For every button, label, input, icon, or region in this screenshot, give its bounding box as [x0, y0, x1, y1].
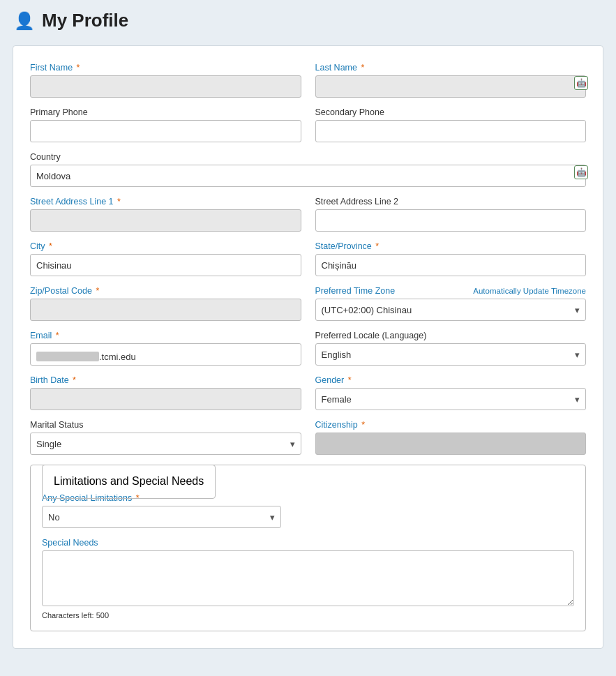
- birthdate-required: *: [73, 375, 76, 385]
- profile-form: First Name * Last Name * 🤖 Primary Phone…: [13, 45, 603, 649]
- locale-select[interactable]: English: [315, 343, 587, 366]
- special-needs-label: Special Needs: [42, 538, 574, 548]
- city-input[interactable]: Chisinau: [30, 254, 301, 276]
- timezone-col: Preferred Time Zone Automatically Update…: [315, 286, 587, 321]
- street-row: Street Address Line 1 * Street Address L…: [30, 197, 586, 232]
- zip-required: *: [96, 286, 99, 296]
- primary-phone-input[interactable]: [30, 120, 301, 142]
- gender-label: Gender *: [315, 375, 587, 385]
- email-input[interactable]: [30, 343, 301, 366]
- special-limitations-select[interactable]: No Yes: [42, 506, 281, 528]
- city-required: *: [49, 241, 52, 251]
- locale-label: Preferred Locale (Language): [315, 331, 587, 340]
- special-limitations-select-wrapper: No Yes ▾: [42, 506, 281, 528]
- first-name-col: First Name *: [30, 63, 301, 98]
- state-col: State/Province * Chișinău: [315, 241, 587, 276]
- birthdate-label: Birth Date *: [30, 375, 301, 385]
- special-needs-group: Special Needs Characters left: 500: [42, 538, 574, 619]
- zip-timezone-row: Zip/Postal Code * Preferred Time Zone Au…: [30, 286, 586, 321]
- birthdate-input[interactable]: [30, 388, 301, 410]
- first-name-label: First Name *: [30, 63, 301, 73]
- street1-col: Street Address Line 1 *: [30, 197, 301, 232]
- last-name-col: Last Name * 🤖: [315, 63, 587, 98]
- primary-phone-label: Primary Phone: [30, 107, 301, 117]
- city-state-row: City * Chisinau State/Province * Chișină…: [30, 241, 586, 276]
- limitations-section: Limitations and Special Needs Any Specia…: [30, 465, 586, 631]
- last-name-required: *: [361, 63, 364, 73]
- name-row: First Name * Last Name * 🤖: [30, 63, 586, 98]
- limitations-section-label: Limitations and Special Needs: [42, 465, 216, 499]
- email-required: *: [56, 331, 59, 340]
- timezone-header-row: Preferred Time Zone Automatically Update…: [315, 286, 587, 296]
- city-label: City *: [30, 241, 301, 251]
- email-locale-row: Email * .tcmi.edu Preferred Locale (Lang…: [30, 331, 586, 366]
- street1-label: Street Address Line 1 *: [30, 197, 301, 206]
- citizenship-input[interactable]: [315, 433, 587, 455]
- marital-col: Marital Status Single Married Divorced W…: [30, 420, 301, 455]
- email-label: Email *: [30, 331, 301, 340]
- street2-label: Street Address Line 2: [315, 197, 587, 206]
- page-title: My Profile: [42, 10, 128, 31]
- secondary-phone-label: Secondary Phone: [315, 107, 587, 117]
- secondary-phone-col: Secondary Phone: [315, 107, 587, 142]
- country-label: Country: [30, 152, 586, 162]
- street2-input[interactable]: [315, 209, 587, 232]
- street1-required: *: [117, 197, 121, 206]
- city-col: City * Chisinau: [30, 241, 301, 276]
- zip-label: Zip/Postal Code *: [30, 286, 301, 296]
- primary-phone-col: Primary Phone: [30, 107, 301, 142]
- gender-required: *: [348, 375, 352, 385]
- zip-input[interactable]: [30, 299, 301, 321]
- auto-update-timezone-link[interactable]: Automatically Update Timezone: [473, 287, 586, 295]
- timezone-select[interactable]: (UTC+02:00) Chisinau: [315, 299, 587, 321]
- secondary-phone-input[interactable]: [315, 120, 587, 142]
- birthdate-col: Birth Date *: [30, 375, 301, 410]
- state-input[interactable]: Chișinău: [315, 254, 587, 276]
- zip-col: Zip/Postal Code *: [30, 286, 301, 321]
- page-header: 👤 My Profile: [0, 0, 616, 38]
- country-bot-icon[interactable]: 🤖: [573, 165, 589, 180]
- country-row: Country Moldova 🤖: [30, 152, 586, 187]
- citizenship-label: Citizenship *: [315, 420, 587, 430]
- locale-col: Preferred Locale (Language) English ▾: [315, 331, 587, 366]
- last-name-label: Last Name *: [315, 63, 587, 73]
- person-icon: 👤: [14, 11, 35, 31]
- marital-select[interactable]: Single Married Divorced Widowed: [30, 433, 301, 455]
- special-needs-textarea[interactable]: [42, 550, 574, 606]
- gender-col: Gender * Female Male Other ▾: [315, 375, 587, 410]
- marital-select-wrapper: Single Married Divorced Widowed ▾: [30, 433, 301, 455]
- timezone-label: Preferred Time Zone: [315, 286, 396, 296]
- timezone-select-wrapper: (UTC+02:00) Chisinau ▾: [315, 299, 587, 321]
- country-input[interactable]: Moldova: [30, 165, 586, 187]
- chars-left: Characters left: 500: [42, 611, 574, 619]
- country-col: Country Moldova 🤖: [30, 152, 586, 187]
- marital-label: Marital Status: [30, 420, 301, 430]
- phone-row: Primary Phone Secondary Phone: [30, 107, 586, 142]
- street1-input[interactable]: [30, 209, 301, 232]
- last-name-input[interactable]: [315, 75, 587, 98]
- gender-select[interactable]: Female Male Other: [315, 388, 587, 410]
- locale-select-wrapper: English ▾: [315, 343, 587, 366]
- state-required: *: [375, 241, 379, 251]
- marital-citizenship-row: Marital Status Single Married Divorced W…: [30, 420, 586, 455]
- state-label: State/Province *: [315, 241, 587, 251]
- gender-select-wrapper: Female Male Other ▾: [315, 388, 587, 410]
- first-name-required: *: [77, 63, 80, 73]
- citizenship-col: Citizenship *: [315, 420, 587, 455]
- street2-col: Street Address Line 2: [315, 197, 587, 232]
- email-col: Email * .tcmi.edu: [30, 331, 301, 366]
- birth-gender-row: Birth Date * Gender * Female Male Other …: [30, 375, 586, 410]
- last-name-bot-icon[interactable]: 🤖: [573, 75, 589, 91]
- first-name-input[interactable]: [30, 75, 301, 98]
- citizenship-required: *: [361, 420, 365, 430]
